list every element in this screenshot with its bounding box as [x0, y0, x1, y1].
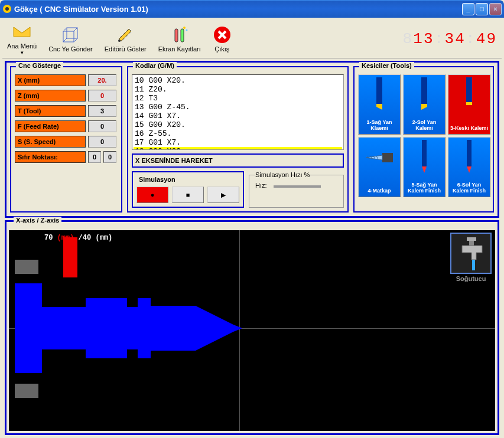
speed-title: Simulasyon Hızı % — [255, 171, 310, 178]
window-title: Gökçe ( CNC Simülator Version 1.01) — [14, 5, 462, 14]
svg-line-7 — [63, 38, 67, 42]
svg-rect-24 — [467, 237, 476, 241]
main-panel: Cnc Gösterge X (mm)20. Z (mm)0 T (Tool)3… — [5, 61, 499, 218]
close-circle-icon — [213, 25, 232, 44]
svg-rect-10 — [181, 29, 184, 42]
right-tool-icon — [365, 77, 394, 113]
coolant-label: Soğutucu — [456, 275, 486, 282]
show-editor-button[interactable]: Editörü Göster — [105, 25, 147, 53]
clock-display: 813 : 34 : 49 — [402, 30, 497, 48]
left-finish-tool-icon — [454, 140, 484, 175]
axes-panel: X-axis / Z-axis 70 (mm) /40 (mm) Soğutuc… — [5, 220, 499, 435]
minimize-button[interactable]: _ — [462, 3, 474, 15]
codes-panel: Kodlar (G/M) 10 G00 X20.11 Z20.12 T313 G… — [127, 66, 349, 213]
envelope-icon — [12, 22, 31, 41]
tool-2-button[interactable]: 2-Sol Yan Kalemi — [403, 74, 446, 135]
close-button[interactable]: × — [489, 3, 502, 15]
zero-x-value: 0 — [88, 151, 101, 163]
speed-value: 0 — [88, 136, 116, 148]
speed-label: Hız: — [255, 182, 267, 189]
svg-rect-22 — [15, 384, 38, 398]
maximize-button[interactable]: □ — [476, 3, 488, 15]
svg-rect-17 — [466, 102, 472, 105]
svg-point-12 — [186, 30, 187, 31]
exit-button[interactable]: Çıkış — [213, 25, 232, 53]
tool-5-button[interactable]: 5-Sağ Yan Kalem Finish — [403, 137, 446, 197]
app-icon — [2, 4, 12, 14]
coolant-button[interactable]: Soğutucu — [450, 233, 492, 282]
cnc-display-title: Cnc Gösterge — [16, 62, 63, 69]
cnc-display-panel: Cnc Gösterge X (mm)20. Z (mm)0 T (Tool)3… — [10, 66, 122, 213]
svg-rect-9 — [175, 29, 178, 42]
x-value: 20. — [88, 74, 116, 86]
svg-line-4 — [63, 28, 67, 31]
tool-value: 3 — [88, 105, 116, 117]
workpiece-graphic — [9, 230, 257, 431]
z-label: Z (mm) — [15, 90, 86, 102]
svg-rect-26 — [472, 260, 475, 270]
svg-point-1 — [5, 7, 9, 11]
faucet-icon — [451, 234, 490, 273]
sim-title: Simulasyon — [136, 176, 239, 183]
play-button[interactable]: ▶ — [207, 187, 239, 203]
toolbar: Ana Menü▾ Cnc Ye Gönder Editörü Göster E… — [2, 20, 502, 58]
speed-label: S (S. Speed) — [15, 136, 86, 148]
speed-slider[interactable] — [274, 185, 321, 188]
svg-rect-15 — [421, 77, 427, 104]
pencil-icon — [116, 25, 135, 44]
tool-6-button[interactable]: 6-Sol Yan Kalem Finish — [448, 137, 490, 197]
send-cnc-button[interactable]: Cnc Ye Gönder — [48, 25, 93, 53]
svg-rect-14 — [376, 77, 382, 104]
main-menu-button[interactable]: Ana Menü▾ — [7, 22, 37, 55]
z-value: 0 — [88, 90, 116, 102]
axis-status: X EKSENİNDE HAREKET — [132, 153, 344, 168]
svg-point-11 — [183, 27, 186, 29]
tools-title: Kesiciler (Tools) — [359, 62, 414, 69]
simulation-controls: Simulasyon ● ■ ▶ — [132, 171, 244, 208]
tools-panel: Kesiciler (Tools) 1-Sağ Yan Klaemi 2-Sol… — [353, 66, 494, 213]
chisel-tool-icon — [454, 77, 484, 113]
feed-value: 0 — [88, 120, 116, 132]
tool-1-button[interactable]: 1-Sağ Yan Klaemi — [358, 74, 401, 135]
drill-icon — [365, 140, 394, 175]
stop-button[interactable]: ■ — [172, 187, 204, 203]
svg-rect-16 — [466, 77, 472, 102]
tool-4-button[interactable]: 4-Matkap — [358, 137, 401, 197]
code-listbox[interactable]: 10 G00 X20.11 Z20.12 T313 G00 Z-45.14 G0… — [132, 74, 344, 150]
left-tool-icon — [409, 77, 439, 113]
tool-3-button[interactable]: 3-Keski Kalemi — [448, 74, 490, 135]
axes-title: X-axis / Z-axis — [14, 217, 61, 224]
codes-title: Kodlar (G/M) — [133, 62, 177, 69]
svg-line-6 — [74, 38, 77, 42]
test-tubes-icon — [170, 25, 189, 44]
svg-rect-20 — [467, 140, 472, 166]
svg-rect-18 — [382, 153, 393, 162]
svg-rect-19 — [422, 140, 427, 166]
simulation-viewport[interactable]: 70 (mm) /40 (mm) Soğutucu — [9, 230, 495, 431]
svg-rect-21 — [15, 260, 38, 274]
svg-point-8 — [118, 40, 121, 42]
svg-rect-25 — [469, 241, 474, 246]
svg-line-5 — [74, 28, 77, 31]
x-label: X (mm) — [15, 74, 86, 86]
zero-label: Sıfır Noktası: — [15, 151, 86, 163]
tool-label: T (Tool) — [15, 105, 86, 117]
wireframe-cube-icon — [61, 25, 80, 44]
zero-z-value: 0 — [103, 151, 116, 163]
right-finish-tool-icon — [409, 140, 439, 175]
feed-label: F (Feed Rate) — [15, 120, 86, 132]
record-button[interactable]: ● — [136, 187, 168, 203]
window-titlebar: Gökçe ( CNC Simülator Version 1.01) _ □ … — [0, 0, 504, 18]
screen-records-button[interactable]: Ekran Kayıtları — [158, 25, 201, 53]
speed-panel: Simulasyon Hızı % Hız: — [249, 171, 344, 208]
svg-rect-23 — [63, 237, 77, 277]
